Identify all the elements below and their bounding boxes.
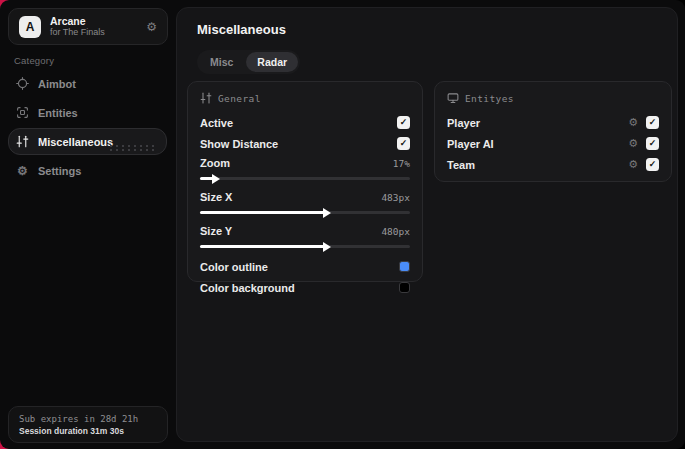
session-duration-text: Session duration 31m 30s bbox=[19, 426, 157, 436]
main-panel: Miscellaneous Misc Radar General Active … bbox=[176, 7, 678, 442]
entities-card: Entityes Player ⚙ Player AI ⚙ Team ⚙ bbox=[434, 81, 672, 182]
scan-icon bbox=[16, 106, 29, 119]
slider-thumb[interactable] bbox=[212, 174, 220, 184]
general-card-header: General bbox=[200, 92, 410, 104]
entity-label: Player AI bbox=[447, 138, 494, 150]
crosshair-icon bbox=[16, 77, 29, 90]
subscription-card: Sub expires in 28d 21h Session duration … bbox=[8, 406, 168, 443]
slider-value: 17% bbox=[393, 158, 410, 169]
slider-thumb[interactable] bbox=[323, 208, 331, 218]
slider-label: Size X bbox=[200, 191, 232, 203]
size-x-slider[interactable] bbox=[200, 206, 410, 218]
slider-value: 480px bbox=[381, 226, 410, 237]
team-checkbox[interactable] bbox=[646, 158, 659, 171]
entity-label: Player bbox=[447, 117, 480, 129]
size-y-slider[interactable] bbox=[200, 240, 410, 252]
slider-label: Zoom bbox=[200, 157, 230, 169]
slider-row-size-y: Size Y 480px bbox=[200, 222, 410, 252]
sidebar-item-settings[interactable]: ⚙ Settings bbox=[8, 157, 167, 184]
entities-card-header: Entityes bbox=[447, 92, 659, 104]
player-ai-checkbox[interactable] bbox=[646, 137, 659, 150]
slider-track bbox=[200, 177, 410, 180]
toggle-row-show-distance: Show Distance bbox=[200, 133, 410, 154]
sidebar-item-aimbot[interactable]: Aimbot bbox=[8, 70, 167, 97]
brand-logo: A bbox=[19, 16, 41, 38]
player-checkbox[interactable] bbox=[646, 116, 659, 129]
sub-expires-text: Sub expires in 28d 21h bbox=[19, 414, 157, 424]
page-title: Miscellaneous bbox=[197, 22, 286, 37]
slider-fill bbox=[200, 245, 326, 248]
monitor-icon bbox=[447, 92, 459, 104]
gear-icon[interactable]: ⚙ bbox=[628, 138, 638, 149]
sidebar-item-label: Miscellaneous bbox=[38, 136, 113, 148]
sidebar-nav: Aimbot Entities Miscellaneous bbox=[8, 70, 167, 186]
tab-radar[interactable]: Radar bbox=[246, 52, 298, 72]
color-label: Color outline bbox=[200, 261, 268, 273]
slider-value: 483px bbox=[381, 192, 410, 203]
gear-icon: ⚙ bbox=[16, 164, 29, 177]
toggle-label: Show Distance bbox=[200, 138, 278, 150]
brand-card: A Arcane for The Finals ⚙ bbox=[8, 8, 168, 45]
sidebar: A Arcane for The Finals ⚙ Category Aimbo… bbox=[0, 0, 175, 449]
brand-text: Arcane for The Finals bbox=[50, 15, 137, 37]
slider-row-size-x: Size X 483px bbox=[200, 188, 410, 218]
slider-label: Size Y bbox=[200, 225, 232, 237]
entity-row-player-ai: Player AI ⚙ bbox=[447, 133, 659, 154]
category-label: Category bbox=[14, 55, 54, 66]
brand-subtitle: for The Finals bbox=[50, 27, 137, 37]
tab-misc[interactable]: Misc bbox=[199, 52, 244, 72]
toggle-row-active: Active bbox=[200, 112, 410, 133]
color-row-outline: Color outline bbox=[200, 256, 410, 277]
color-row-background: Color background bbox=[200, 277, 410, 298]
sidebar-item-miscellaneous[interactable]: Miscellaneous bbox=[8, 128, 167, 155]
slider-thumb[interactable] bbox=[323, 242, 331, 252]
entities-card-title: Entityes bbox=[465, 93, 514, 104]
sidebar-item-label: Aimbot bbox=[38, 78, 76, 90]
gear-icon[interactable]: ⚙ bbox=[628, 159, 638, 170]
tab-bar: Misc Radar bbox=[197, 50, 300, 74]
color-outline-swatch[interactable] bbox=[399, 261, 410, 272]
sliders-icon bbox=[16, 135, 29, 148]
gear-icon[interactable]: ⚙ bbox=[146, 20, 157, 34]
slider-row-zoom: Zoom 17% bbox=[200, 154, 410, 184]
sidebar-item-entities[interactable]: Entities bbox=[8, 99, 167, 126]
general-card-title: General bbox=[218, 93, 261, 104]
brand-title: Arcane bbox=[50, 15, 137, 27]
slider-fill bbox=[200, 211, 326, 214]
sidebar-item-label: Settings bbox=[38, 165, 81, 177]
toggle-label: Active bbox=[200, 117, 233, 129]
sidebar-item-label: Entities bbox=[38, 107, 78, 119]
active-checkbox[interactable] bbox=[397, 116, 410, 129]
color-background-swatch[interactable] bbox=[399, 282, 410, 293]
entity-row-player: Player ⚙ bbox=[447, 112, 659, 133]
zoom-slider[interactable] bbox=[200, 172, 410, 184]
sliders-icon bbox=[200, 92, 212, 104]
color-label: Color background bbox=[200, 282, 295, 294]
general-card: General Active Show Distance Zoom 17% bbox=[187, 81, 423, 282]
gear-icon[interactable]: ⚙ bbox=[628, 117, 638, 128]
show-distance-checkbox[interactable] bbox=[397, 137, 410, 150]
app-window: A Arcane for The Finals ⚙ Category Aimbo… bbox=[0, 0, 685, 449]
entity-row-team: Team ⚙ bbox=[447, 154, 659, 175]
entity-label: Team bbox=[447, 159, 475, 171]
